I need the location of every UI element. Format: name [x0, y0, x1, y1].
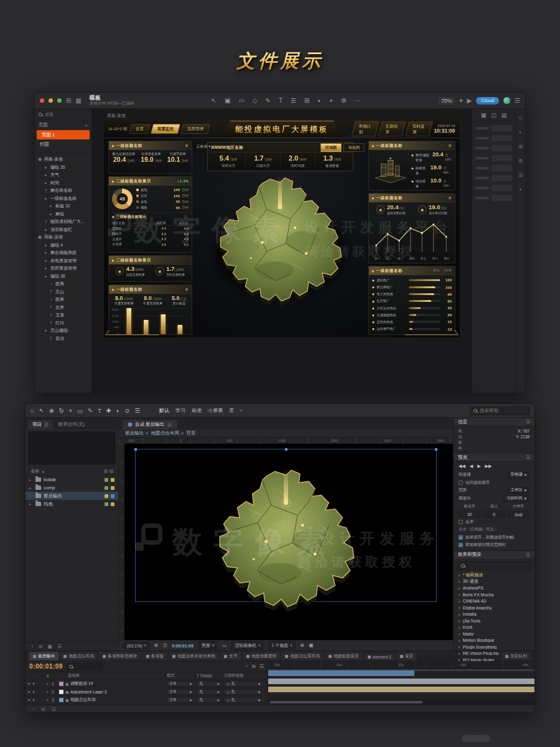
composition-mini-flowchart-icon[interactable]: ◔	[245, 664, 248, 669]
breadcrumb-item[interactable]: 地图点位布局	[151, 430, 184, 436]
brush-tool-icon[interactable]: ✚	[106, 407, 111, 415]
new-folder-icon[interactable]: ⊞	[39, 644, 43, 649]
rect-tool-icon[interactable]: ▭	[238, 97, 244, 105]
measure-tool-icon[interactable]: ⌖	[330, 97, 334, 105]
blend-mode-select[interactable]: 正常▾	[167, 697, 194, 703]
layer-row[interactable]: ▸ 编组 35	[35, 164, 91, 172]
text-tool-icon[interactable]: T	[279, 97, 282, 105]
settings-icon[interactable]: ⚙	[518, 158, 523, 164]
nav-button[interactable]: 负荷管理	[180, 124, 210, 133]
timeline-track-area[interactable]: 00s01s02s03s04s	[268, 661, 534, 705]
trkmat-select[interactable]: 无▾	[197, 689, 222, 695]
property-row[interactable]	[475, 155, 512, 161]
layout-tool-icon[interactable]: ☰	[291, 97, 296, 105]
parent-link-select[interactable]: ◎无▾	[224, 689, 263, 695]
nav-button[interactable]: 市场计划	[352, 121, 379, 136]
table-row[interactable]: 曲靖市4.54.4	[112, 231, 189, 237]
property-row[interactable]	[475, 125, 512, 131]
property-row[interactable]	[475, 175, 512, 181]
timeline-layer-row[interactable]: ●● ▸ 1 ▦ 调整图层 14 正常▾ 无▾ ◎无▾	[26, 680, 268, 688]
layer-row[interactable]: ▸ 顶部标题栏	[35, 226, 91, 234]
hide-shy-icon[interactable]: ☰	[259, 664, 264, 669]
shape-tool-icon[interactable]: ◇	[253, 97, 258, 105]
layer-row[interactable]: ◔ 图表	[35, 280, 91, 288]
layer-row[interactable]: T 文山	[35, 288, 91, 296]
workspace-tab[interactable]: 默认	[159, 407, 169, 414]
layer-row[interactable]: T 思茅	[35, 304, 91, 312]
add-page-icon[interactable]: +	[85, 123, 88, 128]
draft3d-icon[interactable]: ⊞	[251, 664, 256, 669]
layer-row[interactable]: ▸ 一级标题名称	[35, 195, 91, 203]
layer-track[interactable]	[268, 685, 534, 693]
caret-icon[interactable]: ▸	[29, 486, 33, 490]
layer-row[interactable]: T 红河	[35, 319, 91, 327]
effects-category[interactable]: ▸ 3D 通道	[454, 578, 534, 585]
caret-icon[interactable]: ▸	[459, 645, 460, 649]
menu-tool-icon[interactable]: ☰	[134, 407, 140, 415]
nav-button[interactable]: 交易结算	[378, 121, 406, 136]
layer-row[interactable]: T 聚合商名称	[35, 187, 91, 195]
zoom-tool-icon[interactable]: ⊕	[49, 407, 54, 415]
composition-tab[interactable]: 合成 最后输出☰	[123, 420, 177, 429]
layer-duration-bar[interactable]	[268, 687, 534, 692]
caret-icon[interactable]: ▸	[459, 606, 460, 609]
next-frame-icon[interactable]: ▶▶	[485, 464, 492, 469]
menu-icon[interactable]: ☰	[515, 97, 520, 104]
caret-icon[interactable]: ▪	[29, 494, 33, 498]
caret-icon[interactable]: ▸	[459, 586, 460, 590]
layer-row[interactable]: T 玉溪	[35, 311, 91, 319]
comp-tab[interactable]: 地图点位布局	[60, 652, 98, 660]
project-item[interactable]: ▸ comp	[26, 484, 118, 492]
mask-tool-icon[interactable]: ◐	[317, 97, 321, 105]
nav-button[interactable]: 装置监控	[151, 124, 180, 133]
caret-icon[interactable]: ▸	[47, 690, 52, 693]
effects-category[interactable]: ▸ * 动画预设	[454, 572, 534, 579]
timeline-layer-row[interactable]: ●● ▸ 3 ▦ 地图点位布局 正常▾ 无▾ ◎无▾	[26, 696, 268, 704]
rect-tool-icon[interactable]: ▭	[77, 407, 83, 415]
layer-color-swatch[interactable]	[59, 690, 63, 694]
lock-icon[interactable]: ●	[32, 690, 34, 693]
caret-icon[interactable]: ▸	[459, 652, 460, 655]
split-view-icon[interactable]: ◫	[491, 112, 497, 118]
scrollbar-thumb[interactable]	[269, 701, 422, 703]
province-map[interactable]	[192, 465, 380, 622]
help-search[interactable]	[470, 406, 530, 415]
layer-row[interactable]: ▣ 画板-黄色	[35, 156, 91, 164]
blend-mode-select[interactable]: 正常▾	[167, 689, 194, 695]
timeline-scrollbar[interactable]	[268, 700, 534, 705]
caret-icon[interactable]: ▸	[459, 573, 460, 577]
caret-icon[interactable]: ▸	[459, 632, 460, 636]
table-row[interactable]: 昆明市4.44.6	[112, 226, 189, 232]
toggle-switches-icon[interactable]: ◔	[32, 707, 35, 712]
caret-icon[interactable]: ▸	[29, 502, 33, 506]
view-toggle-button[interactable]: 区域图	[321, 144, 342, 153]
comp-tab[interactable]: 最后输出	[29, 652, 58, 660]
prev-frame-icon[interactable]: ◀	[470, 464, 473, 469]
magnification-select[interactable]: (63.1%)▾	[124, 642, 149, 649]
province-map[interactable]	[195, 174, 365, 315]
region-selector[interactable]: 云南省 ▾	[197, 144, 211, 149]
zoom-level[interactable]: 70%	[438, 97, 455, 105]
property-row[interactable]	[475, 145, 512, 151]
cache-checkbox[interactable]	[459, 481, 463, 485]
tab-project[interactable]: 项目☰	[28, 420, 53, 429]
mask-toggle-icon[interactable]: ◫	[163, 643, 167, 648]
mask-tool-icon[interactable]: ◐	[116, 407, 120, 415]
nav-button[interactable]: 实时监测	[405, 121, 432, 136]
layer-track[interactable]	[268, 677, 534, 685]
camera-select[interactable]: 活动摄像机▾	[231, 641, 264, 650]
comp-tab[interactable]: 背景	[396, 652, 418, 660]
first-frame-icon[interactable]: ◀◀	[459, 464, 465, 469]
workspace-tab[interactable]: 学习	[175, 407, 185, 414]
window-close-button[interactable]	[40, 98, 44, 103]
settings-tool-icon[interactable]: ⚙	[341, 97, 347, 105]
nav-button[interactable]: 首页	[129, 124, 150, 133]
range-select[interactable]: 工作区▾	[507, 487, 530, 494]
caret-icon[interactable]: ▸	[47, 682, 52, 685]
option-checkbox[interactable]: ✓	[459, 535, 463, 540]
channel-options-icon[interactable]: ▦	[309, 643, 314, 648]
menu-icon[interactable]: ☰	[52, 707, 56, 712]
dashboard-artboard[interactable]: 21-32°C 晴 首页装置监控负荷管理 能投虚拟电厂大屏模板	[103, 120, 460, 338]
window-minimize-button[interactable]	[49, 98, 53, 103]
breadcrumb-item[interactable]: 背景	[187, 430, 196, 436]
